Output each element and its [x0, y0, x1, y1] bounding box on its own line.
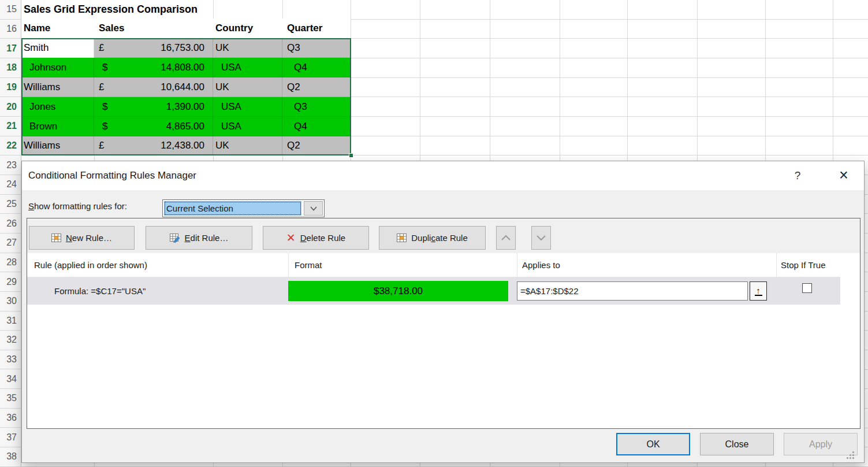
duplicate-rule-button[interactable]: Duplicate Rule	[379, 226, 486, 250]
sheet-title-cell[interactable]: Sales Grid Expression Comparison	[24, 0, 201, 18]
row-header-24[interactable]: 24	[0, 175, 21, 195]
help-icon[interactable]: ?	[790, 167, 805, 184]
cell-name[interactable]: Smith	[21, 38, 94, 58]
sheet-row-22[interactable]: Williams £12,438.00 UK Q2	[21, 136, 351, 155]
ok-button[interactable]: OK	[616, 433, 690, 455]
cell-quarter[interactable]: Q4	[282, 58, 351, 77]
col-header-country[interactable]: Country	[213, 18, 282, 38]
cell-name[interactable]: Williams	[21, 136, 94, 155]
cell-sales[interactable]: $14,808.00	[94, 58, 213, 77]
show-formatting-rules-label: Show formatting rules for:	[28, 201, 127, 211]
cell-quarter[interactable]: Q2	[282, 136, 351, 155]
row-header-28[interactable]: 28	[0, 253, 21, 273]
col-header-quarter[interactable]: Quarter	[282, 18, 351, 38]
move-rule-up-button[interactable]	[496, 226, 516, 250]
grid-icon	[397, 233, 407, 242]
cell-quarter[interactable]: Q3	[282, 38, 351, 58]
row-header-25[interactable]: 25	[0, 195, 21, 214]
amount: 1,390.00	[166, 101, 204, 113]
move-rule-down-button[interactable]	[531, 226, 551, 250]
sheet-row-18[interactable]: Johnson $14,808.00 USA Q4	[21, 58, 351, 77]
column-separator	[517, 253, 517, 277]
cell-country[interactable]: UK	[213, 136, 282, 155]
amount: 12,438.00	[161, 140, 204, 151]
row-header-17[interactable]: 17	[0, 39, 21, 58]
cell-sales[interactable]: $1,390.00	[94, 97, 213, 117]
cell-name[interactable]: Brown	[21, 117, 94, 136]
header-applies-to: Applies to	[522, 253, 560, 277]
row-header-37[interactable]: 37	[0, 428, 21, 447]
new-rule-button[interactable]: New Rule…	[29, 226, 135, 250]
cell-sales[interactable]: £12,438.00	[94, 136, 213, 155]
cell-sales[interactable]: £10,644.00	[94, 77, 213, 97]
amount: 14,808.00	[161, 62, 204, 73]
cell-country[interactable]: UK	[213, 38, 282, 58]
sheet-row-20[interactable]: Jones $1,390.00 USA Q3	[21, 97, 351, 117]
row-header-31[interactable]: 31	[0, 312, 21, 331]
cell-sales[interactable]: $4,865.00	[94, 117, 213, 136]
row-header-30[interactable]: 30	[0, 292, 21, 312]
format-preview: $38,718.00	[288, 281, 508, 301]
chevron-up-icon	[501, 235, 511, 240]
header-format: Format	[295, 253, 322, 277]
stop-if-true-checkbox[interactable]	[802, 283, 812, 293]
row-header-20[interactable]: 20	[0, 97, 21, 117]
grid-pencil-icon	[170, 233, 180, 243]
row-header-16[interactable]: 16	[0, 20, 21, 39]
currency-symbol: $	[102, 121, 107, 132]
sheet-row-19[interactable]: Williams £10,644.00 UK Q2	[21, 77, 351, 97]
currency-symbol: £	[99, 140, 104, 151]
row-header-15[interactable]: 15	[0, 0, 21, 20]
row-header-35[interactable]: 35	[0, 389, 21, 409]
conditional-formatting-rules-manager-dialog: Conditional Formatting Rules Manager ? ×…	[21, 161, 865, 463]
currency-symbol: £	[99, 81, 104, 93]
row-header-33[interactable]: 33	[0, 350, 21, 370]
rule-formula-text: Formula: =$C17="USA"	[54, 277, 146, 305]
cell-country[interactable]: USA	[213, 97, 282, 117]
cell-sales[interactable]: £16,753.00	[94, 38, 213, 58]
row-header-32[interactable]: 32	[0, 331, 21, 350]
rules-list-container: New Rule… Edit Rule… ✕ Delete Rule Dupli…	[27, 218, 860, 429]
cell-quarter[interactable]: Q2	[282, 77, 351, 97]
cell-quarter[interactable]: Q3	[282, 97, 351, 117]
row-header-18[interactable]: 18	[0, 58, 21, 78]
cell-name[interactable]: Johnson	[21, 58, 94, 77]
close-icon[interactable]: ×	[834, 165, 854, 185]
rule-list-item[interactable]: Formula: =$C17="USA" $38,718.00 =$A$17:$…	[27, 277, 840, 305]
row-header-27[interactable]: 27	[0, 233, 21, 253]
cell-name[interactable]: Williams	[21, 77, 94, 97]
cell-country[interactable]: UK	[213, 77, 282, 97]
resize-grip[interactable]	[846, 451, 855, 459]
header-rule: Rule (applied in order shown)	[34, 253, 147, 277]
row-header-19[interactable]: 19	[0, 78, 21, 98]
rules-toolbar: New Rule… Edit Rule… ✕ Delete Rule Dupli…	[27, 218, 860, 253]
row-header-21[interactable]: 21	[0, 117, 21, 136]
chevron-down-icon[interactable]	[304, 201, 323, 216]
row-header-36[interactable]: 36	[0, 409, 21, 428]
row-header-34[interactable]: 34	[0, 369, 21, 389]
col-header-sales[interactable]: Sales	[94, 18, 213, 38]
edit-rule-button[interactable]: Edit Rule…	[146, 226, 252, 250]
row-header-23[interactable]: 23	[0, 155, 21, 175]
row-header-29[interactable]: 29	[0, 272, 21, 292]
col-header-name[interactable]: Name	[21, 18, 94, 38]
row-header-38[interactable]: 38	[0, 447, 21, 467]
row-header-26[interactable]: 26	[0, 214, 21, 233]
dialog-titlebar[interactable]: Conditional Formatting Rules Manager ? ×	[22, 161, 864, 190]
column-separator	[288, 253, 289, 277]
row-header-22[interactable]: 22	[0, 136, 21, 156]
collapse-arrow-icon: ↑	[755, 287, 762, 296]
close-button[interactable]: Close	[700, 433, 774, 455]
delete-rule-button[interactable]: ✕ Delete Rule	[263, 226, 369, 250]
show-rules-for-dropdown[interactable]: Current Selection	[162, 199, 325, 217]
header-stop-if-true: Stop If True	[781, 253, 826, 277]
cell-country[interactable]: USA	[213, 58, 282, 77]
cell-quarter[interactable]: Q4	[282, 117, 351, 136]
applies-to-input[interactable]: =$A$17:$D$22	[517, 281, 748, 301]
cell-country[interactable]: USA	[213, 117, 282, 136]
collapse-dialog-button[interactable]: ↑	[750, 281, 767, 301]
sheet-row-17[interactable]: Smith £16,753.00 UK Q3	[21, 38, 351, 58]
cell-name[interactable]: Jones	[21, 97, 94, 117]
currency-symbol: $	[102, 62, 107, 73]
sheet-row-21[interactable]: Brown $4,865.00 USA Q4	[21, 117, 351, 136]
